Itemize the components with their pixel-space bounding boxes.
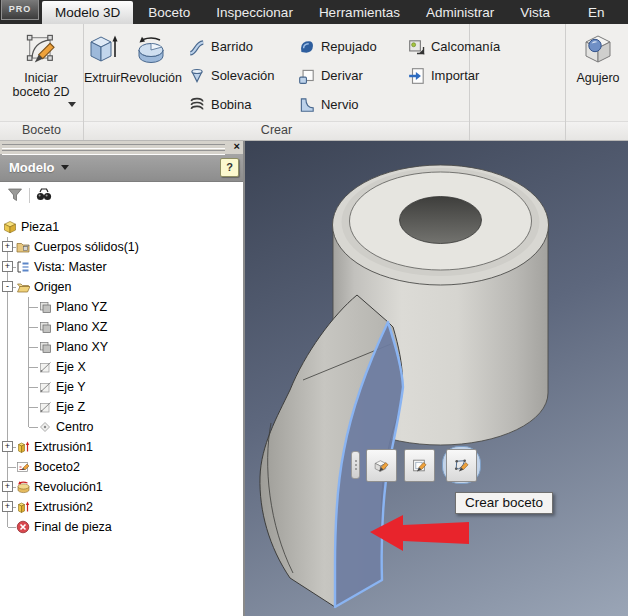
end-of-part-icon <box>16 520 30 534</box>
tree-item-extrusion2[interactable]: +Extrusión2 <box>0 497 243 517</box>
tree-connector <box>29 407 38 408</box>
ribbon-button-column: RepujadoDerivarNervio <box>292 34 402 121</box>
tree-connector <box>29 327 38 328</box>
filter-icon[interactable] <box>7 187 25 205</box>
loft-icon <box>188 67 206 85</box>
tab-en[interactable]: En <box>577 1 616 24</box>
ribbon-button-label: Bobina <box>211 97 251 112</box>
ribbon-button-column: BarridoSolevaciónBobina <box>182 34 292 121</box>
ribbon-button-derivar[interactable]: Derivar <box>298 63 402 88</box>
tree-item-plano-xz[interactable]: Plano XZ <box>0 317 243 337</box>
extrude-icon <box>84 29 120 69</box>
mini-toolbar-buttons <box>366 446 481 484</box>
tree-item-vista-master[interactable]: +Vista: Master <box>0 257 243 277</box>
edit-sketch-button[interactable] <box>404 449 435 482</box>
tab-inspeccionar[interactable]: Inspeccionar <box>205 1 304 24</box>
origin-folder-icon <box>16 280 30 294</box>
emboss-icon <box>298 38 316 56</box>
tree-item-label: Vista: Master <box>0 257 243 277</box>
create-sketch-button[interactable] <box>446 449 477 482</box>
tree-item-centro[interactable]: Centro <box>0 417 243 437</box>
ribbon-button-barrido[interactable]: Barrido <box>188 34 292 59</box>
ribbon-button-label: Derivar <box>321 68 363 83</box>
ribbon-button-label: Iniciar boceto 2D <box>10 71 72 99</box>
tree-connector <box>29 367 38 368</box>
tab-boceto[interactable]: Boceto <box>137 1 201 24</box>
find-icon[interactable] <box>36 187 54 205</box>
viewport-3d[interactable]: Crear boceto <box>245 141 628 616</box>
rib-icon <box>298 96 316 114</box>
panel-title[interactable]: Modelo <box>9 160 55 175</box>
tree-item-eje-y[interactable]: Eje Y <box>0 377 243 397</box>
main-area: × Modelo ? Pieza1+Cuerpos sólidos(1)+Vis… <box>0 141 628 616</box>
plane-icon <box>38 320 52 334</box>
tree-expander[interactable]: + <box>2 241 13 252</box>
tree-expander[interactable]: - <box>2 281 13 292</box>
tree-item-label: Origen <box>0 277 243 297</box>
tree-item-revolucion1[interactable]: +Revolución1 <box>0 477 243 497</box>
ribbon-button-label: Repujado <box>321 39 377 54</box>
ribbon-tab-bar: PRO Modelo 3DBocetoInspeccionarHerramien… <box>0 0 628 24</box>
coil-icon <box>188 96 206 114</box>
tree-item-boceto2[interactable]: Boceto2 <box>0 457 243 477</box>
model-tree: Pieza1+Cuerpos sólidos(1)+Vista: Master-… <box>0 209 243 616</box>
hole-top[interactable] <box>400 197 482 244</box>
revolve-icon <box>133 29 169 69</box>
ribbon-button-iniciar-boceto-2d[interactable]: Iniciar boceto 2D <box>0 24 82 121</box>
tree-item-plano-yz[interactable]: Plano YZ <box>0 297 243 317</box>
part-3d[interactable] <box>245 141 628 616</box>
tab-herramientas[interactable]: Herramientas <box>308 1 411 24</box>
tree-expander[interactable]: + <box>2 501 13 512</box>
tree-expander[interactable]: + <box>2 441 13 452</box>
ribbon-button-extruir[interactable]: Extruir <box>84 24 120 121</box>
tree-item-eje-z[interactable]: Eje Z <box>0 397 243 417</box>
part-icon <box>3 220 17 234</box>
tree-item-pieza1[interactable]: Pieza1 <box>0 217 243 237</box>
tab-administrar[interactable]: Administrar <box>415 1 505 24</box>
tree-item-plano-xy[interactable]: Plano XY <box>0 337 243 357</box>
help-button[interactable]: ? <box>220 158 239 177</box>
tree-item-extrusion1[interactable]: +Extrusión1 <box>0 437 243 457</box>
tree-item-label: Cuerpos sólidos(1) <box>0 237 243 257</box>
tree-item-label: Final de pieza <box>0 517 243 537</box>
panel-toolbar <box>0 182 243 209</box>
tree-item-cuerpos-solidos-1[interactable]: +Cuerpos sólidos(1) <box>0 237 243 257</box>
chevron-down-icon[interactable] <box>61 165 69 170</box>
tree-connector <box>29 347 38 348</box>
tree-item-label: Extrusión2 <box>0 497 243 517</box>
plane-icon <box>38 300 52 314</box>
highlight-capsule <box>442 446 481 484</box>
dropdown-caret-icon[interactable] <box>68 102 76 107</box>
ribbon-button-repujado[interactable]: Repujado <box>298 34 402 59</box>
ribbon-button-nervio[interactable]: Nervio <box>298 92 402 117</box>
tree-item-eje-x[interactable]: Eje X <box>0 357 243 377</box>
panel-header: Modelo ? <box>0 154 243 182</box>
panel-title-strip[interactable]: × <box>0 141 243 154</box>
toolbar-grip-icon[interactable] <box>351 451 360 479</box>
start-2d-sketch-icon <box>23 29 59 69</box>
mini-toolbar[interactable] <box>351 446 481 484</box>
close-icon[interactable]: × <box>234 140 240 153</box>
tab-modelo-3d[interactable]: Modelo 3D <box>42 1 133 24</box>
edit-feature-button[interactable] <box>366 449 397 482</box>
extrusion-icon <box>16 440 30 454</box>
ribbon-button-bobina[interactable]: Bobina <box>188 92 292 117</box>
tree-expander[interactable]: + <box>2 261 13 272</box>
create-sketch-icon <box>453 457 470 474</box>
plane-icon <box>38 340 52 354</box>
ribbon-group-spacer <box>470 24 566 140</box>
ribbon: Iniciar boceto 2D Boceto Extruir Revoluc… <box>0 24 628 141</box>
tooltip: Crear boceto <box>455 492 553 514</box>
inventor-window: PRO Modelo 3DBocetoInspeccionarHerramien… <box>0 0 628 616</box>
tree-item-final-de-pieza[interactable]: Final de pieza <box>0 517 243 537</box>
ribbon-group-label: Crear <box>84 121 469 140</box>
tab-strip: Modelo 3DBocetoInspeccionarHerramientasA… <box>0 0 628 24</box>
ribbon-group-agujero: Agujero <box>566 24 628 140</box>
tree-expander[interactable]: + <box>2 481 13 492</box>
ribbon-button-revolucion[interactable]: Revolución <box>120 24 182 121</box>
ribbon-button-solevacion[interactable]: Solevación <box>188 63 292 88</box>
tree-item-origen[interactable]: -Origen <box>0 277 243 297</box>
tab-vista[interactable]: Vista <box>509 1 561 24</box>
tree-connector <box>29 427 38 428</box>
ribbon-button-agujero[interactable]: Agujero <box>570 24 626 121</box>
